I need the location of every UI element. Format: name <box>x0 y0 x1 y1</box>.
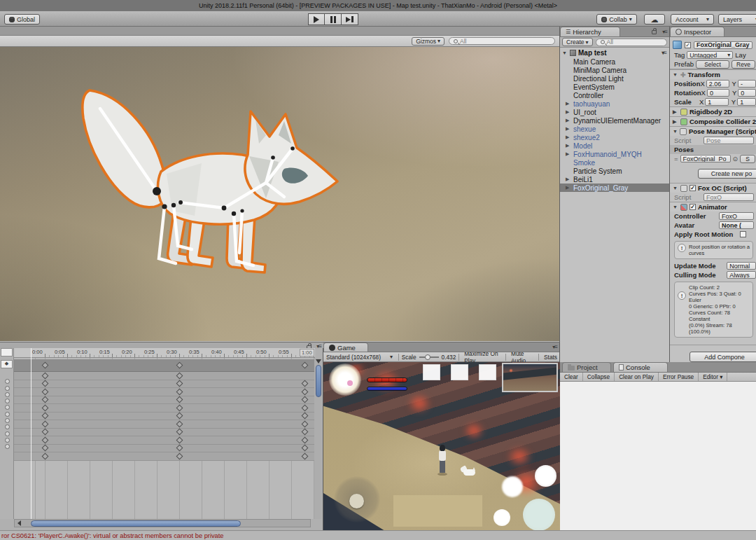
pause-button[interactable] <box>325 13 342 25</box>
tab-project[interactable]: Project <box>562 362 611 372</box>
account-button[interactable]: Account ▾ <box>671 14 714 25</box>
keyframe-diamond[interactable] <box>301 445 308 452</box>
status-bar[interactable]: ror CS0621: 'PlayerC.Awake()': virtual o… <box>0 530 756 540</box>
foldout-icon[interactable]: ▶ <box>566 134 573 140</box>
object-picker-icon[interactable]: ⊙ <box>733 155 738 162</box>
animator-avatar-field[interactable]: None ( <box>719 221 754 229</box>
panel-menu-icon[interactable]: ▾≡ <box>662 29 667 35</box>
keyframe-diamond[interactable] <box>301 436 308 443</box>
fox-oc-enabled-checkbox[interactable]: ✓ <box>690 185 696 191</box>
panel-menu-icon[interactable]: ▾≡ <box>552 344 557 350</box>
track-toggle-icon[interactable] <box>5 444 10 449</box>
hud-item-slot[interactable] <box>479 364 496 380</box>
keyframe-diamond[interactable] <box>176 420 183 427</box>
animator-section-header[interactable]: ▼ ✓ Animator <box>670 202 756 212</box>
gizmos-button[interactable]: Gizmos ▾ <box>412 37 444 46</box>
pose-object-field[interactable]: FoxOriginal_Po <box>680 155 731 162</box>
scrollbar-thumb[interactable] <box>316 365 321 397</box>
scene-viewport[interactable] <box>0 47 559 341</box>
prefab-revert-button[interactable]: Reve <box>732 60 755 69</box>
keyframe-diamond[interactable] <box>301 429 308 436</box>
track-toggle-icon[interactable] <box>5 379 10 384</box>
hierarchy-item[interactable]: ▶BeiLi1 <box>560 175 669 184</box>
hierarchy-item[interactable]: ▶Model <box>560 141 669 150</box>
position-y-field[interactable]: - <box>738 80 756 88</box>
animator-controller-field[interactable]: FoxO <box>719 212 754 220</box>
scroll-left-icon[interactable] <box>18 520 21 526</box>
track-toggle-icon[interactable] <box>5 399 10 403</box>
foldout-icon[interactable]: ▶ <box>566 151 573 157</box>
foldout-icon[interactable]: ▶ <box>566 143 573 148</box>
rotation-x-field[interactable]: 0 <box>707 89 729 97</box>
keyframe-diamond[interactable] <box>41 413 48 420</box>
keyframe-diamond[interactable] <box>41 372 48 379</box>
game-viewport[interactable] <box>323 362 560 531</box>
rotation-y-field[interactable]: 0 <box>738 89 756 97</box>
console-error-pausebutton[interactable]: Error Pause <box>659 373 699 381</box>
prefab-select-button[interactable]: Select <box>696 60 729 69</box>
hierarchy-item[interactable]: ▶taohuayuan <box>560 99 669 108</box>
add-component-button[interactable]: Add Compone <box>690 352 756 362</box>
foldout-icon[interactable]: ▶ <box>566 126 573 132</box>
keyframe-diamond[interactable] <box>301 413 308 420</box>
animation-horizontal-scrollbar[interactable] <box>14 519 311 527</box>
animation-track-row[interactable] <box>14 413 315 421</box>
hierarchy-item[interactable]: MiniMap Camera <box>560 66 669 74</box>
animation-vertical-scrollbar[interactable] <box>314 358 322 519</box>
stats-button[interactable]: Stats <box>542 354 559 361</box>
hierarchy-item[interactable]: Smoke <box>560 158 669 167</box>
keyframe-diamond[interactable] <box>176 452 183 459</box>
scrollbar-thumb[interactable] <box>31 520 241 527</box>
transform-section-header[interactable]: ▼ ✚ Transform <box>670 69 756 79</box>
fox-oc-script-field[interactable]: FoxO <box>704 193 754 201</box>
foldout-icon[interactable]: ▶ <box>566 176 573 182</box>
console-editor-button[interactable]: Editor ▾ <box>699 373 727 381</box>
scale-y-field[interactable]: 1 <box>737 98 756 106</box>
drag-handle-icon[interactable]: = <box>674 155 678 162</box>
keyframe-diamond[interactable] <box>176 436 183 443</box>
collider-section-header[interactable]: ▶ Composite Collider 2 <box>670 116 756 126</box>
animation-dopesheet[interactable] <box>14 358 315 519</box>
hierarchy-item[interactable]: Controller <box>560 91 669 99</box>
animation-track-row[interactable] <box>14 429 315 437</box>
keyframe-diamond[interactable] <box>41 436 48 443</box>
hierarchy-item[interactable]: EventSystem <box>560 83 669 91</box>
foldout-icon[interactable]: ▶ <box>566 109 573 115</box>
action-button[interactable] <box>535 465 556 487</box>
keyframe-diamond[interactable] <box>41 388 48 395</box>
animation-field-stub[interactable] <box>1 348 13 356</box>
console-clearbutton[interactable]: Clear <box>560 373 583 381</box>
track-toggle-icon[interactable] <box>5 438 10 443</box>
animation-track-row[interactable] <box>14 452 315 461</box>
slider-thumb[interactable] <box>425 354 430 360</box>
hud-item-slot[interactable] <box>423 364 440 380</box>
hierarchy-item[interactable]: ▶UI_root <box>560 108 669 116</box>
tag-dropdown[interactable]: Untagged▾ <box>687 51 733 59</box>
object-name-field[interactable]: FoxOriginal_Gray <box>694 41 752 49</box>
create-button[interactable]: Create ▾ <box>562 38 593 46</box>
animation-track-row[interactable] <box>14 420 315 429</box>
keyframe-diamond[interactable] <box>176 445 183 452</box>
rigidbody-section-header[interactable]: ▶ Rigidbody 2D <box>670 106 756 116</box>
action-button[interactable] <box>493 509 510 526</box>
hierarchy-item[interactable]: ▶FoxOriginal_Gray <box>560 184 669 192</box>
keyframe-diamond[interactable] <box>301 380 308 387</box>
animation-track-row[interactable] <box>14 445 315 453</box>
panel-menu-icon[interactable]: ▾≡ <box>316 343 321 349</box>
scene-menu-icon[interactable]: ▾≡ <box>662 50 669 56</box>
animation-summary-row[interactable] <box>14 359 315 372</box>
root-motion-checkbox[interactable] <box>740 231 746 237</box>
keyframe-diamond[interactable] <box>301 452 308 459</box>
lock-icon[interactable] <box>652 30 657 34</box>
hierarchy-search-input[interactable]: All <box>596 39 667 46</box>
pose-script-field[interactable]: Pose <box>704 137 754 144</box>
animation-track-row[interactable] <box>14 380 315 389</box>
keyframe-diamond[interactable] <box>41 396 48 403</box>
keyframe-diamond[interactable] <box>301 404 308 411</box>
keyframe-diamond[interactable] <box>41 445 48 452</box>
resolution-dropdown[interactable]: Standard (1024x768) ▾ <box>323 354 396 361</box>
keyframe-diamond[interactable] <box>41 404 48 411</box>
keyframe-diamond[interactable] <box>41 380 48 387</box>
tab-hierarchy[interactable]: ☰ Hierarchy <box>560 27 620 36</box>
keyframe-diamond[interactable] <box>301 388 308 395</box>
